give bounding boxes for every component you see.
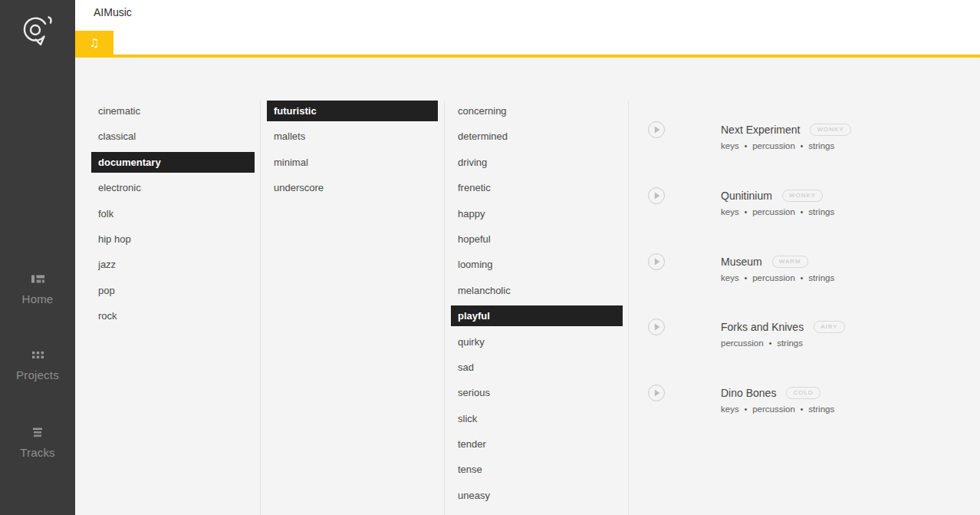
track-info: Museum WARM keys•percussion•strings (721, 253, 834, 285)
track-title[interactable]: Dino Bones (721, 387, 776, 399)
bullet-separator: • (745, 274, 748, 282)
bullet-separator: • (801, 142, 804, 150)
mood-item[interactable]: driving (451, 152, 623, 173)
mood-item[interactable]: tender (451, 434, 623, 454)
instrument-label: strings (808, 273, 834, 282)
genre-item[interactable]: pop (91, 280, 255, 301)
style-item[interactable]: futuristic (267, 101, 438, 121)
play-icon (654, 323, 660, 331)
instrument-label: percussion (721, 338, 764, 348)
style-column: futuristicmalletsminimalunderscore (261, 101, 445, 515)
play-button[interactable] (648, 187, 665, 204)
bullet-separator: • (745, 142, 748, 150)
track-info: Forks and Knives AIRY percussion•strings (721, 319, 845, 350)
mood-item[interactable]: looming (451, 254, 623, 275)
play-icon (654, 192, 660, 200)
play-icon (654, 389, 660, 397)
genre-item[interactable]: hip hop (91, 229, 255, 249)
instrument-label: strings (808, 207, 834, 216)
genre-item[interactable]: documentary (91, 152, 255, 173)
sidebar: Home Projects Tracks (0, 0, 75, 515)
sidebar-item-label: Home (0, 292, 75, 305)
style-item[interactable]: minimal (267, 152, 438, 173)
tracks-lines-icon (0, 427, 75, 437)
track-list: Next Experiment WONKY keys•percussion•st… (629, 101, 980, 515)
header: AIMusic ♫ (75, 0, 980, 54)
genre-item[interactable]: rock (91, 305, 255, 326)
track-instruments: keys•percussion•strings (721, 403, 834, 416)
instrument-label: strings (808, 141, 834, 150)
bullet-separator: • (745, 405, 748, 414)
bullet-separator: • (745, 208, 748, 216)
track-row[interactable]: Forks and Knives AIRY percussion•strings (629, 319, 980, 357)
tab-music[interactable]: ♫ (75, 31, 113, 54)
genre-column: cinematicclassicaldocumentaryelectronicf… (75, 101, 261, 515)
play-button[interactable] (648, 121, 665, 138)
style-list: futuristicmalletsminimalunderscore (267, 101, 438, 198)
mood-item[interactable]: melancholic (451, 280, 623, 301)
instrument-label: keys (721, 141, 739, 150)
track-instruments: keys•percussion•strings (721, 140, 851, 153)
track-instruments: keys•percussion•strings (721, 272, 834, 285)
instrument-label: keys (721, 207, 739, 216)
projects-grid-icon (0, 349, 75, 360)
mood-item[interactable]: hopeful (451, 229, 623, 249)
instrument-label: percussion (752, 404, 795, 414)
bullet-separator: • (801, 274, 804, 282)
track-row[interactable]: Qunitinium WONKY keys•percussion•strings (629, 187, 980, 226)
track-badge: WONKY (810, 124, 850, 136)
mood-item[interactable]: sad (451, 357, 623, 378)
track-title[interactable]: Next Experiment (721, 124, 800, 136)
play-button[interactable] (648, 385, 665, 401)
sidebar-item-projects[interactable]: Projects (0, 349, 75, 381)
track-instruments: keys•percussion•strings (721, 206, 834, 219)
track-title[interactable]: Forks and Knives (721, 321, 804, 333)
play-icon (654, 126, 660, 134)
track-row[interactable]: Dino Bones COLD keys•percussion•strings (629, 385, 980, 423)
mood-item[interactable]: happy (451, 203, 623, 224)
mood-item[interactable]: slick (451, 408, 623, 429)
track-title[interactable]: Qunitinium (721, 190, 772, 202)
sidebar-item-tracks[interactable]: Tracks (0, 427, 75, 459)
mood-item[interactable]: serious (451, 382, 623, 403)
play-button[interactable] (648, 319, 665, 335)
mood-item[interactable]: quirky (451, 332, 623, 352)
genre-item[interactable]: jazz (91, 254, 255, 275)
track-badge: COLD (786, 387, 820, 399)
play-button[interactable] (648, 253, 665, 270)
track-instruments: percussion•strings (721, 337, 845, 350)
mood-item[interactable]: playful (451, 305, 623, 326)
track-badge: AIRY (814, 321, 845, 333)
instrument-label: keys (721, 273, 739, 282)
page-title: AIMusic (94, 6, 132, 18)
instrument-label: percussion (752, 141, 795, 150)
mood-column: concerningdetermineddrivingfrenetichappy… (445, 101, 629, 515)
play-icon (654, 258, 660, 266)
mood-item[interactable]: tense (451, 459, 623, 480)
brand-logo-icon[interactable] (0, 11, 75, 54)
style-item[interactable]: underscore (267, 177, 438, 198)
sidebar-item-label: Projects (0, 368, 75, 381)
track-info: Qunitinium WONKY keys•percussion•strings (721, 187, 834, 219)
genre-item[interactable]: cinematic (91, 101, 255, 121)
track-row[interactable]: Next Experiment WONKY keys•percussion•st… (629, 121, 980, 160)
genre-item[interactable]: classical (91, 126, 255, 147)
track-info: Next Experiment WONKY keys•percussion•st… (721, 121, 851, 153)
sidebar-item-home[interactable]: Home (0, 273, 75, 305)
bullet-separator: • (801, 405, 804, 414)
mood-item[interactable]: concerning (451, 101, 623, 121)
instrument-label: percussion (752, 207, 795, 216)
track-title[interactable]: Museum (721, 256, 762, 268)
mood-item[interactable]: frenetic (451, 177, 623, 198)
instrument-label: percussion (752, 273, 795, 282)
style-item[interactable]: mallets (267, 126, 438, 147)
instrument-label: keys (721, 404, 739, 414)
mood-item[interactable]: uneasy (451, 485, 623, 506)
genre-item[interactable]: folk (91, 203, 255, 224)
mood-item[interactable]: determined (451, 126, 623, 147)
music-note-icon: ♫ (89, 36, 99, 50)
sidebar-item-label: Tracks (0, 446, 75, 459)
track-info: Dino Bones COLD keys•percussion•strings (721, 385, 834, 416)
track-row[interactable]: Museum WARM keys•percussion•strings (629, 253, 980, 292)
genre-item[interactable]: electronic (91, 177, 255, 198)
